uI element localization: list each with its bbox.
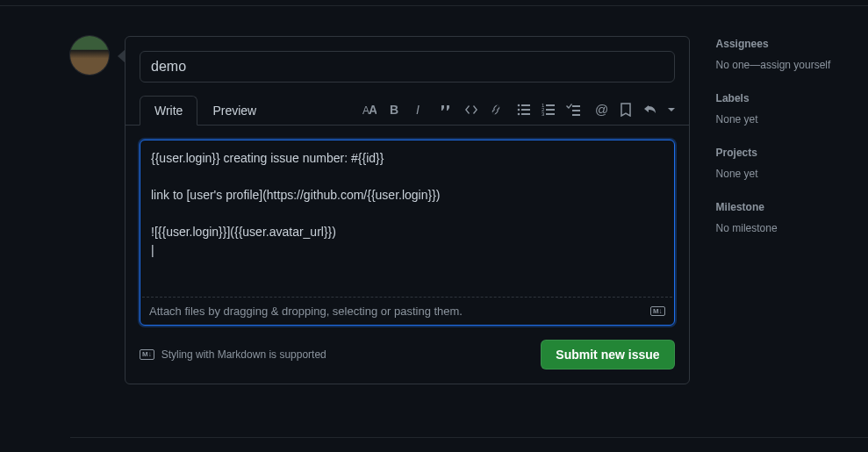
svg-rect-11: [546, 104, 555, 106]
quote-icon[interactable]: [440, 103, 454, 117]
svg-rect-7: [521, 109, 530, 111]
mention-icon[interactable]: @: [594, 103, 608, 117]
attach-hint[interactable]: Attach files by dragging & dropping, sel…: [149, 305, 463, 318]
bold-icon[interactable]: B: [387, 103, 401, 117]
svg-rect-5: [521, 104, 530, 106]
milestone-text: No milestone: [716, 222, 868, 234]
saved-reply-icon[interactable]: [619, 103, 633, 117]
chevron-down-icon[interactable]: [668, 103, 675, 117]
svg-text:@: @: [595, 103, 608, 117]
milestone-heading[interactable]: Milestone: [716, 201, 868, 213]
markdown-help[interactable]: M↓ Styling with Markdown is supported: [140, 348, 326, 361]
markdown-icon: M↓: [140, 349, 154, 360]
svg-point-8: [517, 113, 520, 116]
heading-icon[interactable]: AA: [362, 103, 377, 117]
ol-icon[interactable]: 123: [542, 103, 556, 117]
svg-text:I: I: [416, 103, 420, 117]
markdown-icon: M↓: [650, 306, 665, 317]
assign-yourself-link[interactable]: assign yourself: [760, 59, 830, 71]
issue-body-textarea[interactable]: {{user.login}} creating issue number: #{…: [140, 140, 674, 297]
projects-heading[interactable]: Projects: [716, 147, 868, 159]
svg-point-6: [517, 109, 520, 111]
tab-preview[interactable]: Preview: [197, 96, 271, 126]
svg-point-4: [517, 104, 520, 107]
assignees-text: No one—: [716, 59, 761, 71]
link-icon[interactable]: [489, 103, 503, 117]
projects-text: None yet: [716, 168, 868, 180]
tasklist-icon[interactable]: [566, 103, 580, 117]
issue-composer: Write Preview AA B I: [125, 36, 690, 384]
repo-tab-bar: [0, 0, 868, 6]
submit-new-issue-button[interactable]: Submit new issue: [541, 340, 674, 369]
svg-text:3: 3: [542, 111, 545, 117]
assignees-heading[interactable]: Assignees: [716, 38, 868, 50]
md-toolbar: AA B I 123 @: [362, 103, 675, 117]
tab-write[interactable]: Write: [140, 96, 197, 126]
svg-text:A: A: [369, 103, 377, 117]
svg-rect-15: [546, 113, 555, 115]
avatar: [70, 36, 109, 75]
labels-heading[interactable]: Labels: [716, 92, 868, 104]
code-icon[interactable]: [464, 103, 478, 117]
labels-text: None yet: [716, 113, 868, 126]
markdown-help-text: Styling with Markdown is supported: [161, 348, 326, 361]
italic-icon[interactable]: I: [412, 103, 426, 117]
svg-rect-9: [521, 113, 530, 115]
reply-icon[interactable]: [643, 103, 657, 117]
ul-icon[interactable]: [517, 103, 531, 117]
svg-text:B: B: [390, 103, 398, 117]
svg-rect-13: [546, 109, 555, 111]
issue-title-input[interactable]: [140, 51, 675, 83]
